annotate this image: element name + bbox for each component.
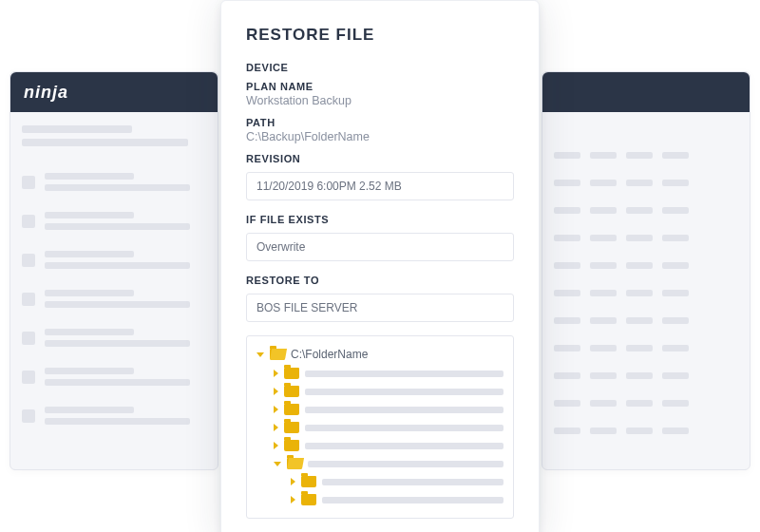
table-row bbox=[554, 400, 738, 407]
folder-icon bbox=[301, 494, 316, 505]
table-row bbox=[554, 317, 738, 324]
folder-icon bbox=[284, 404, 299, 415]
if-file-exists-value: Overwrite bbox=[256, 240, 305, 254]
list-item bbox=[22, 212, 206, 230]
caret-right-icon bbox=[291, 496, 295, 504]
caret-right-icon bbox=[274, 406, 278, 413]
background-panel-left: ninja bbox=[10, 71, 218, 470]
tree-root-label: C:\FolderName bbox=[291, 348, 368, 361]
caret-down-icon bbox=[256, 352, 264, 357]
plan-name-label: PLAN NAME bbox=[246, 81, 514, 92]
placeholder-line bbox=[305, 407, 504, 413]
dialog-title: RESTORE FILE bbox=[246, 26, 514, 45]
tree-node-root[interactable]: C:\FolderName bbox=[256, 348, 504, 361]
placeholder-line bbox=[322, 497, 504, 504]
caret-right-icon bbox=[274, 370, 278, 377]
folder-icon bbox=[301, 476, 316, 487]
tree-node-expanded[interactable] bbox=[256, 458, 504, 469]
placeholder-line bbox=[305, 425, 504, 431]
path-label: PATH bbox=[246, 117, 514, 128]
table-row bbox=[554, 207, 738, 214]
nav-header: ninja bbox=[10, 72, 218, 112]
left-panel-body bbox=[10, 112, 218, 459]
list-item bbox=[22, 407, 206, 425]
folder-icon bbox=[284, 440, 299, 451]
list-item bbox=[22, 290, 206, 308]
revision-select[interactable]: 11/20/2019 6:00PM 2.52 MB bbox=[246, 172, 514, 200]
table-row bbox=[554, 180, 738, 186]
logo: ninja bbox=[24, 83, 68, 103]
placeholder-line bbox=[305, 389, 504, 395]
table-row bbox=[554, 152, 738, 159]
tree-node[interactable] bbox=[256, 494, 504, 505]
placeholder-line bbox=[305, 370, 504, 377]
folder-icon bbox=[284, 422, 299, 433]
restore-to-select[interactable]: BOS FILE SERVER bbox=[246, 294, 514, 322]
tree-node[interactable] bbox=[256, 368, 504, 379]
caret-right-icon bbox=[291, 478, 295, 485]
nav-header-right bbox=[542, 72, 750, 112]
device-label: DEVICE bbox=[246, 62, 514, 73]
caret-down-icon bbox=[274, 462, 281, 466]
tree-node[interactable] bbox=[256, 386, 504, 397]
restore-to-value: BOS FILE SERVER bbox=[256, 301, 357, 314]
table-row bbox=[554, 235, 738, 241]
list-item bbox=[22, 251, 206, 269]
revision-value: 11/20/2019 6:00PM 2.52 MB bbox=[256, 180, 402, 193]
table-row bbox=[554, 345, 738, 352]
tree-node[interactable] bbox=[256, 476, 504, 487]
table-row bbox=[554, 372, 738, 379]
caret-right-icon bbox=[274, 388, 278, 395]
restore-to-label: RESTORE TO bbox=[246, 275, 514, 286]
restore-file-dialog: RESTORE FILE DEVICE PLAN NAME Workstatio… bbox=[220, 0, 540, 532]
folder-icon bbox=[284, 368, 299, 379]
if-file-exists-select[interactable]: Overwrite bbox=[246, 233, 514, 261]
if-file-exists-label: IF FILE EXISTS bbox=[246, 214, 514, 225]
path-value: C:\Backup\FolderName bbox=[246, 130, 514, 143]
tree-node[interactable] bbox=[256, 404, 504, 415]
table-row bbox=[554, 428, 738, 434]
list-item bbox=[22, 368, 206, 386]
tree-node[interactable] bbox=[256, 440, 504, 451]
placeholder-line bbox=[308, 461, 504, 467]
caret-right-icon bbox=[274, 442, 278, 449]
folder-icon bbox=[284, 386, 299, 397]
caret-right-icon bbox=[274, 424, 278, 431]
table-row bbox=[554, 290, 738, 296]
folder-tree[interactable]: C:\FolderName bbox=[246, 335, 514, 519]
placeholder-line bbox=[305, 443, 504, 449]
list-item bbox=[22, 173, 206, 191]
background-panel-right bbox=[542, 71, 750, 470]
folder-open-icon bbox=[287, 458, 302, 469]
revision-label: REVISION bbox=[246, 153, 514, 164]
placeholder-line bbox=[322, 479, 504, 485]
folder-open-icon bbox=[270, 349, 285, 360]
plan-name-value: Workstation Backup bbox=[246, 94, 514, 107]
table-row bbox=[554, 262, 738, 269]
right-panel-body bbox=[542, 112, 750, 468]
list-item bbox=[22, 329, 206, 347]
tree-node[interactable] bbox=[256, 422, 504, 433]
